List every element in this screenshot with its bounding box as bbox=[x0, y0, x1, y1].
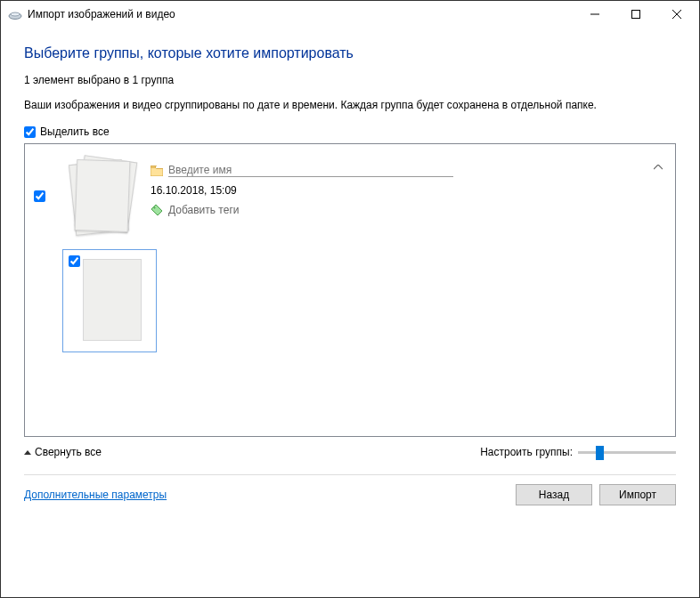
minimize-button[interactable] bbox=[574, 1, 615, 28]
select-all-checkbox[interactable]: Выделить все bbox=[24, 125, 676, 138]
groups-container: 16.10.2018, 15:09 Добавить теги bbox=[24, 143, 676, 437]
adjust-groups-label: Настроить группы: bbox=[480, 446, 573, 458]
svg-point-6 bbox=[154, 207, 156, 209]
svg-rect-3 bbox=[632, 11, 640, 19]
group-stack-thumbnail[interactable] bbox=[58, 155, 138, 244]
maximize-button[interactable] bbox=[615, 1, 656, 28]
collapse-all-label: Свернуть все bbox=[35, 446, 102, 458]
svg-point-1 bbox=[11, 12, 20, 16]
add-tags-label[interactable]: Добавить теги bbox=[168, 204, 239, 216]
select-all-input[interactable] bbox=[24, 126, 36, 138]
back-button[interactable]: Назад bbox=[516, 484, 592, 505]
caret-up-icon bbox=[24, 450, 31, 455]
collapse-all-link[interactable]: Свернуть все bbox=[24, 446, 102, 458]
more-options-link[interactable]: Дополнительные параметры bbox=[24, 489, 167, 501]
separator bbox=[24, 474, 676, 475]
tag-icon bbox=[151, 204, 163, 216]
group-items bbox=[62, 249, 666, 352]
folder-icon bbox=[151, 166, 163, 176]
selection-status: 1 элемент выбрано в 1 группа bbox=[24, 74, 676, 86]
group-checkbox[interactable] bbox=[34, 190, 45, 202]
group-datetime: 16.10.2018, 15:09 bbox=[151, 184, 237, 197]
scanner-icon bbox=[8, 7, 22, 21]
group-name-input[interactable] bbox=[168, 164, 453, 177]
slider-thumb[interactable] bbox=[596, 446, 604, 460]
close-button[interactable] bbox=[656, 1, 697, 28]
collapse-group-icon[interactable] bbox=[654, 160, 663, 173]
titlebar: Импорт изображений и видео bbox=[1, 1, 699, 28]
group-metadata: 16.10.2018, 15:09 Добавить теги bbox=[151, 155, 666, 223]
page-heading: Выберите группы, которые хотите импортир… bbox=[24, 45, 676, 61]
description-text: Ваши изображения и видео сгруппированы п… bbox=[24, 99, 676, 111]
group-row: 16.10.2018, 15:09 Добавить теги bbox=[34, 155, 666, 244]
group-checkbox-wrap[interactable] bbox=[34, 190, 45, 205]
window-title: Импорт изображений и видео bbox=[28, 8, 574, 20]
item-preview bbox=[83, 259, 142, 341]
select-all-label: Выделить все bbox=[40, 125, 110, 138]
item-thumbnail[interactable] bbox=[62, 249, 157, 352]
import-button[interactable]: Импорт bbox=[599, 484, 676, 505]
group-size-slider[interactable] bbox=[578, 451, 676, 454]
item-checkbox[interactable] bbox=[69, 255, 80, 267]
adjust-groups-control: Настроить группы: bbox=[480, 446, 676, 458]
